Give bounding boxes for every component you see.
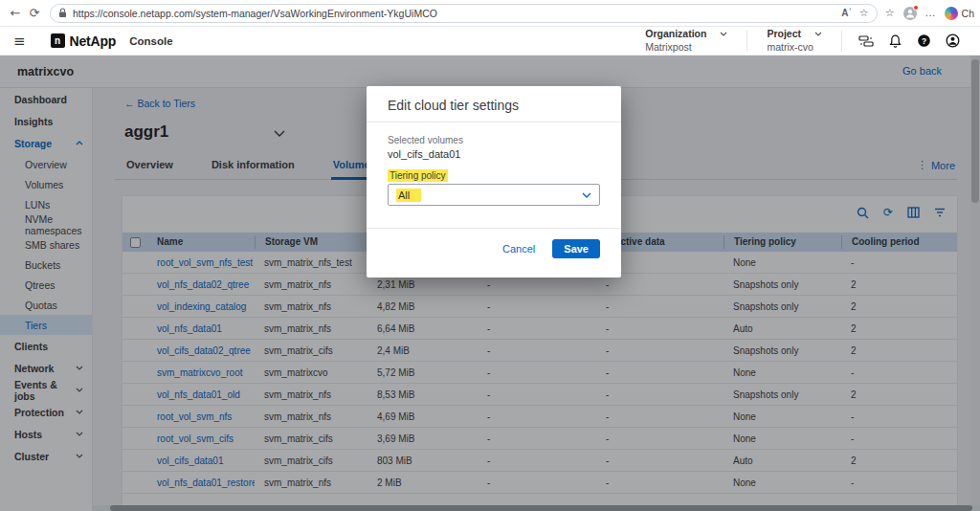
tiering-policy-value: All	[396, 189, 421, 202]
chevron-down-icon	[814, 32, 822, 36]
browser-actions: ☆ … Ch	[883, 7, 974, 20]
browser-chrome: ← ⟳ https://console.netapp.com/system-ma…	[0, 0, 980, 27]
help-icon[interactable]: ?	[909, 33, 938, 48]
address-bar[interactable]: https://console.netapp.com/system-manage…	[50, 4, 878, 23]
chevron-down-icon	[582, 192, 591, 198]
project-selector[interactable]: Project matrix-cvo	[757, 28, 832, 53]
browser-back-icon[interactable]: ←	[6, 6, 25, 20]
browser-menu-icon[interactable]: …	[925, 7, 936, 19]
selected-volumes-label: Selected volumes	[388, 135, 463, 145]
account-icon[interactable]	[938, 33, 967, 48]
netapp-logo: n	[51, 33, 65, 48]
browser-refresh-icon[interactable]: ⟳	[25, 6, 44, 20]
tiering-policy-select[interactable]: All	[388, 184, 600, 206]
divider	[367, 122, 621, 122]
app-header: ≡ n NetApp Console Organization Matrixpo…	[0, 27, 980, 56]
read-aloud-icon[interactable]: Aʾ	[841, 8, 852, 18]
collections-icon[interactable]: ☆	[885, 7, 895, 19]
project-value: matrix-cvo	[767, 41, 822, 54]
selected-volumes-value: vol_cifs_data01	[388, 148, 460, 160]
favorite-star-icon[interactable]: ☆	[859, 7, 869, 19]
edit-cloud-tier-settings-modal: Edit cloud tier settings Selected volume…	[367, 86, 621, 278]
organization-selector[interactable]: Organization Matrixpost	[635, 28, 737, 53]
url-text: https://console.netapp.com/system-manage…	[73, 8, 437, 19]
hamburger-menu-icon[interactable]: ≡	[13, 33, 26, 50]
brand-name: NetApp	[70, 33, 117, 49]
lock-icon	[58, 8, 67, 18]
cancel-button[interactable]: Cancel	[502, 243, 535, 255]
copilot-button[interactable]: Ch	[945, 7, 974, 20]
notification-dot	[913, 5, 919, 11]
svg-text:?: ?	[921, 36, 925, 46]
divider	[841, 31, 842, 52]
copilot-label: Ch	[962, 8, 974, 19]
divider	[746, 31, 747, 52]
save-button[interactable]: Save	[552, 239, 600, 258]
browser-profile-avatar[interactable]	[903, 7, 917, 20]
tiering-policy-label: Tiering policy	[388, 170, 448, 181]
modal-title: Edit cloud tier settings	[388, 98, 519, 113]
organization-value: Matrixpost	[645, 41, 727, 54]
notifications-bell-icon[interactable]	[880, 34, 909, 48]
page-content: matrixcvo Go back DashboardInsightsStora…	[0, 56, 980, 511]
divider	[367, 228, 621, 229]
netapp-console-screen: ← ⟳ https://console.netapp.com/system-ma…	[0, 0, 980, 511]
project-label: Project	[767, 28, 801, 40]
organization-label: Organization	[645, 28, 706, 40]
chevron-down-icon	[720, 32, 727, 36]
connector-icon[interactable]	[852, 34, 880, 48]
copilot-icon	[945, 7, 958, 20]
product-name: Console	[129, 35, 172, 47]
